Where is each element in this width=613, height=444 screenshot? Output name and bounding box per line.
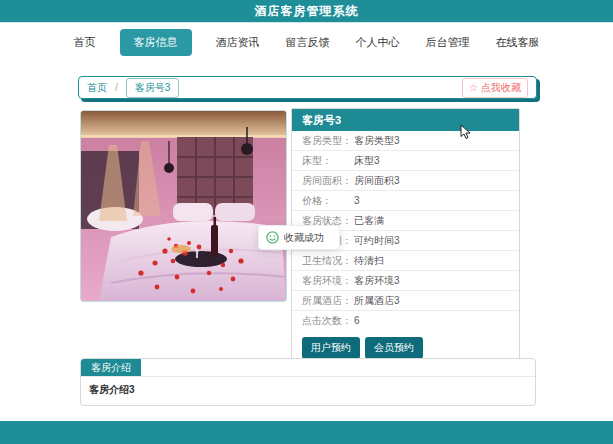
room-intro-card: 客房介绍 客房介绍3 xyxy=(80,358,536,406)
star-outline-icon: ☆ xyxy=(469,82,478,93)
detail-label: 房间面积： xyxy=(302,174,354,188)
nav-item-feedback[interactable]: 留言反馈 xyxy=(284,30,332,55)
detail-value: 可约时间3 xyxy=(354,234,400,248)
detail-row-bed-type: 床型： 床型3 xyxy=(292,151,519,171)
room-photo xyxy=(80,110,287,302)
room-detail-title: 客房号3 xyxy=(292,109,519,131)
room-intro-content: 客房介绍3 xyxy=(81,377,535,405)
intro-tab-row: 客房介绍 xyxy=(81,359,535,377)
main-nav: 首页 客房信息 酒店资讯 留言反馈 个人中心 后台管理 在线客服 xyxy=(0,24,613,60)
breadcrumb-current: 客房号3 xyxy=(126,78,180,98)
breadcrumb-separator: / xyxy=(115,82,118,93)
breadcrumb-home-link[interactable]: 首页 xyxy=(87,81,107,95)
smiley-success-icon xyxy=(266,231,279,244)
detail-value: 客房类型3 xyxy=(354,134,400,148)
detail-value: 3 xyxy=(354,195,360,206)
favorite-button[interactable]: ☆ 点我收藏 xyxy=(462,78,528,98)
detail-row-room-type: 客房类型： 客房类型3 xyxy=(292,131,519,151)
favorite-button-label: 点我收藏 xyxy=(481,81,521,95)
app-title: 酒店客房管理系统 xyxy=(255,3,359,20)
nav-item-admin[interactable]: 后台管理 xyxy=(424,30,472,55)
breadcrumb: 首页 / 客房号3 ☆ 点我收藏 xyxy=(78,76,537,99)
toast-message: 收藏成功 xyxy=(284,231,324,245)
detail-label: 客房类型： xyxy=(302,134,354,148)
nav-item-online-service[interactable]: 在线客服 xyxy=(494,30,542,55)
nav-item-hotel-news[interactable]: 酒店资讯 xyxy=(214,30,262,55)
detail-label: 客房环境： xyxy=(302,274,354,288)
detail-label: 所属酒店： xyxy=(302,294,354,308)
app-header: 酒店客房管理系统 xyxy=(0,0,613,22)
favorite-success-toast: 收藏成功 xyxy=(258,225,340,250)
detail-row-clicks: 点击次数： 6 xyxy=(292,311,519,330)
detail-row-environment: 客房环境： 客房环境3 xyxy=(292,271,519,291)
nav-item-room-info[interactable]: 客房信息 xyxy=(120,29,192,56)
detail-label: 卫生情况： xyxy=(302,254,354,268)
detail-row-price: 价格： 3 xyxy=(292,191,519,211)
detail-row-hotel: 所属酒店： 所属酒店3 xyxy=(292,291,519,311)
detail-label: 床型： xyxy=(302,154,354,168)
member-reserve-button[interactable]: 会员预约 xyxy=(365,337,423,359)
detail-value: 已客满 xyxy=(354,214,384,228)
hotel-room-page: 酒店客房管理系统 首页 客房信息 酒店资讯 留言反馈 个人中心 后台管理 在线客… xyxy=(0,0,613,444)
detail-value: 6 xyxy=(354,315,360,326)
detail-value: 待清扫 xyxy=(354,254,384,268)
nav-item-personal-center[interactable]: 个人中心 xyxy=(354,30,402,55)
tab-room-intro[interactable]: 客房介绍 xyxy=(81,359,141,376)
detail-value: 客房环境3 xyxy=(354,274,400,288)
detail-value: 房间面积3 xyxy=(354,174,400,188)
user-reserve-button[interactable]: 用户预约 xyxy=(302,337,360,359)
detail-value: 床型3 xyxy=(354,154,380,168)
detail-row-room-area: 房间面积： 房间面积3 xyxy=(292,171,519,191)
room-photo-art xyxy=(81,111,286,301)
detail-label: 点击次数： xyxy=(302,314,354,328)
detail-row-hygiene: 卫生情况： 待清扫 xyxy=(292,251,519,271)
detail-label: 价格： xyxy=(302,194,354,208)
detail-value: 所属酒店3 xyxy=(354,294,400,308)
breadcrumb-trail: 首页 / 客房号3 xyxy=(87,78,179,98)
page-footer xyxy=(0,421,613,444)
nav-item-home[interactable]: 首页 xyxy=(72,30,98,55)
